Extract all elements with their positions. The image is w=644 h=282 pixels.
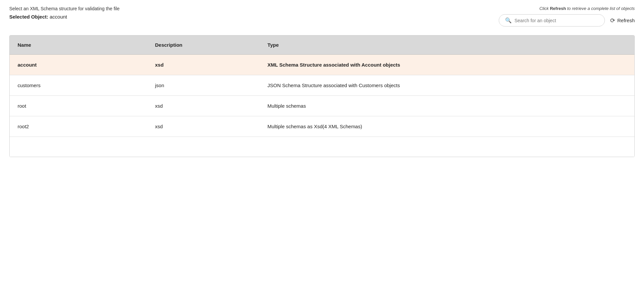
col-header-description: Description [147,35,259,55]
subtitle: Select an XML Schema structure for valid… [9,6,120,11]
col-header-type: Type [260,35,634,55]
search-refresh-row: 🔍 ⟳ Refresh [499,14,635,27]
table-row[interactable]: customersjsonJSON Schema Structure assoc… [10,75,634,96]
cell-empty [10,137,147,157]
refresh-hint: Click Refresh to retrieve a complete lis… [539,6,635,11]
table-header-row: Name Description Type [10,35,634,55]
selected-object-label: Selected Object: account [9,14,120,20]
cell-type: JSON Schema Structure associated with Cu… [260,75,634,96]
cell-description: xsd [147,116,259,137]
cell-name: root [10,96,147,116]
cell-name: account [10,55,147,75]
cell-type: Multiple schemas [260,96,634,116]
search-icon: 🔍 [505,17,512,24]
search-box: 🔍 [499,14,605,27]
table-row-empty [10,137,634,157]
cell-type: XML Schema Structure associated with Acc… [260,55,634,75]
schema-table: Name Description Type accountxsdXML Sche… [10,35,634,157]
cell-type: Multiple schemas as Xsd(4 XML Schemas) [260,116,634,137]
top-bar-left: Select an XML Schema structure for valid… [9,6,120,20]
top-bar: Select an XML Schema structure for valid… [0,0,644,30]
cell-name: customers [10,75,147,96]
cell-description: json [147,75,259,96]
cell-empty [260,137,634,157]
refresh-icon: ⟳ [610,17,615,24]
schema-table-container: Name Description Type accountxsdXML Sche… [9,35,635,157]
top-bar-right: Click Refresh to retrieve a complete lis… [499,6,635,27]
refresh-button[interactable]: ⟳ Refresh [610,17,635,24]
cell-description: xsd [147,96,259,116]
table-row[interactable]: accountxsdXML Schema Structure associate… [10,55,634,75]
cell-description: xsd [147,55,259,75]
table-row[interactable]: root2xsdMultiple schemas as Xsd(4 XML Sc… [10,116,634,137]
search-input[interactable] [514,18,599,23]
table-row[interactable]: rootxsdMultiple schemas [10,96,634,116]
cell-empty [147,137,259,157]
col-header-name: Name [10,35,147,55]
cell-name: root2 [10,116,147,137]
